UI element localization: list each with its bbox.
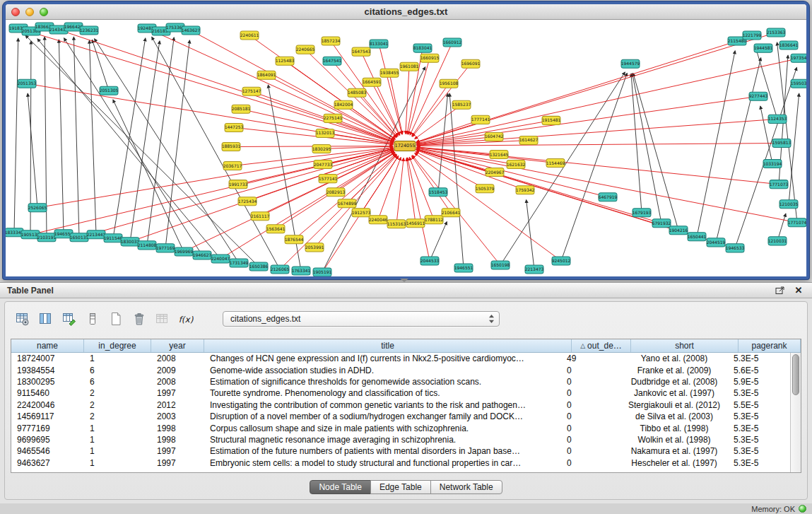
column-header-year[interactable]: year — [151, 339, 204, 352]
column-header-pagerank[interactable]: pagerank — [739, 339, 801, 352]
network-node[interactable]: 2526065 — [28, 204, 47, 212]
network-node[interactable]: 1842004 — [334, 100, 353, 109]
network-node[interactable]: 2204967 — [486, 168, 505, 177]
column-header-short[interactable]: short — [631, 339, 739, 352]
table-options-icon[interactable] — [13, 310, 32, 328]
import-table-icon[interactable] — [153, 310, 172, 328]
table-row[interactable]: 2242004622012Investigating the contribut… — [11, 399, 790, 411]
new-document-icon[interactable] — [107, 310, 125, 328]
network-graph[interactable]: 1724055196108119384551664591148508318420… — [6, 20, 806, 276]
network-node[interactable]: 1124353 — [768, 115, 787, 123]
network-node[interactable]: 1132013 — [316, 129, 335, 137]
network-node[interactable]: 1946551 — [454, 264, 473, 272]
network-node[interactable]: 1771073 — [770, 180, 789, 189]
network-node[interactable]: 2036717 — [223, 162, 242, 170]
network-node[interactable]: 1857234 — [322, 37, 341, 45]
network-node[interactable]: 1456911 — [406, 219, 425, 228]
vertical-scrollbar[interactable] — [790, 353, 801, 472]
network-node[interactable]: 1221799 — [743, 31, 762, 40]
network-file-select[interactable]: citations_edges.txt — [223, 311, 500, 327]
table-row[interactable]: 1938455462009Genome-wide association stu… — [11, 364, 790, 375]
network-node[interactable]: 1696091 — [461, 59, 481, 68]
network-node[interactable]: 1664591 — [363, 78, 382, 86]
network-hub-node[interactable]: 1724055 — [394, 141, 416, 151]
network-node[interactable]: 1830031 — [121, 238, 140, 246]
network-node[interactable]: 1153163 — [387, 220, 406, 228]
network-node[interactable]: 8133041 — [370, 40, 389, 48]
network-node[interactable]: 1210035 — [779, 200, 799, 209]
network-node[interactable]: 1236231 — [80, 26, 99, 35]
zoom-window-button[interactable] — [40, 8, 48, 16]
function-builder-icon[interactable]: f(x) — [177, 310, 195, 328]
tab-network-table[interactable]: Network Table — [430, 480, 502, 494]
network-node[interactable]: 1725434 — [238, 197, 257, 206]
network-node[interactable]: 2240665 — [296, 45, 315, 54]
network-node[interactable]: 1788112 — [425, 216, 444, 224]
delete-table-icon[interactable] — [130, 310, 148, 328]
network-node[interactable]: 1771074 — [788, 218, 806, 227]
network-node[interactable]: 2240611 — [240, 31, 259, 40]
network-node[interactable]: 2044519 — [707, 238, 726, 247]
network-node[interactable]: 2213441 — [87, 230, 106, 239]
column-header-out_degree[interactable]: △out_de… — [572, 339, 631, 352]
network-node[interactable]: 1505379 — [476, 185, 495, 193]
network-node[interactable]: 1911546 — [104, 234, 123, 243]
network-node[interactable]: 2082913 — [326, 188, 346, 197]
network-node[interactable]: 1885931 — [222, 142, 241, 151]
network-node[interactable]: 1977169 — [156, 244, 175, 252]
network-node[interactable]: 1650198 — [491, 261, 510, 269]
network-node[interactable]: 2240047 — [211, 255, 230, 263]
table-row[interactable]: 911546021997Tourette syndrome. Phenomeno… — [11, 387, 790, 399]
network-node[interactable]: 1210031 — [768, 237, 787, 245]
window-titlebar[interactable]: citations_edges.txt — [6, 4, 806, 20]
close-panel-icon[interactable]: ✕ — [792, 285, 805, 296]
network-node[interactable]: 1961081 — [400, 62, 419, 71]
tab-node-table[interactable]: Node Table — [310, 480, 371, 494]
network-node[interactable]: 1679193 — [632, 209, 652, 217]
network-node[interactable]: 2085181 — [232, 105, 251, 113]
network-node[interactable]: 1876544 — [285, 235, 304, 244]
network-node[interactable]: 9277443 — [749, 92, 768, 100]
network-node[interactable]: 1563641 — [266, 225, 286, 233]
float-panel-icon[interactable] — [774, 285, 787, 296]
show-columns-icon[interactable] — [37, 310, 55, 328]
network-node[interactable]: 1595813 — [772, 139, 792, 147]
network-node[interactable]: 1777141 — [471, 115, 490, 124]
network-node[interactable]: 1946533 — [726, 244, 745, 252]
network-node[interactable]: 1763341 — [292, 267, 311, 275]
network-node[interactable]: 1944579 — [621, 59, 640, 68]
network-node[interactable]: 1125483 — [276, 57, 295, 65]
network-node[interactable]: 1905191 — [313, 268, 332, 276]
network-node[interactable]: 1969969 — [175, 247, 194, 256]
network-node[interactable]: 1904216 — [669, 226, 688, 235]
table-row[interactable]: 1456911722003Disruption of a novel membe… — [11, 411, 790, 422]
network-node[interactable]: 2153363 — [767, 28, 786, 37]
network-node[interactable]: 1991733 — [229, 180, 248, 189]
table-row[interactable]: 977716911998Corpus callosum shape and si… — [11, 422, 790, 433]
single-column-icon[interactable] — [83, 310, 102, 328]
network-node[interactable]: 1518453 — [429, 188, 448, 197]
network-node[interactable]: 1674899 — [338, 199, 357, 208]
network-node[interactable]: 2047733 — [314, 160, 333, 169]
network-node[interactable]: 1614627 — [519, 136, 539, 144]
edit-columns-icon[interactable] — [60, 310, 78, 328]
network-node[interactable]: 2240046 — [369, 216, 388, 224]
column-header-in_degree[interactable]: in_degree — [84, 339, 151, 352]
network-node[interactable]: 1275147 — [242, 87, 261, 95]
network-node[interactable]: 1864091 — [257, 71, 276, 79]
network-node[interactable]: 1956108 — [440, 79, 459, 88]
network-node[interactable]: 1650131 — [70, 233, 89, 242]
network-node[interactable]: 6791932 — [652, 219, 671, 228]
network-node[interactable]: 2213473 — [525, 265, 544, 274]
minimize-window-button[interactable] — [25, 8, 34, 16]
network-node[interactable]: 2114808 — [138, 241, 157, 250]
network-node[interactable]: 1759342 — [516, 186, 535, 194]
network-node[interactable]: 2275141 — [324, 114, 343, 122]
network-node[interactable]: 1912573 — [352, 209, 371, 217]
network-node[interactable]: 1463627 — [182, 26, 201, 35]
network-node[interactable]: 1660915 — [420, 54, 440, 62]
network-node[interactable]: 2053991 — [305, 243, 324, 252]
network-node[interactable]: 1650441 — [688, 233, 707, 241]
network-node[interactable]: 1577141 — [319, 175, 338, 183]
network-node[interactable]: 1595033 — [791, 79, 806, 88]
